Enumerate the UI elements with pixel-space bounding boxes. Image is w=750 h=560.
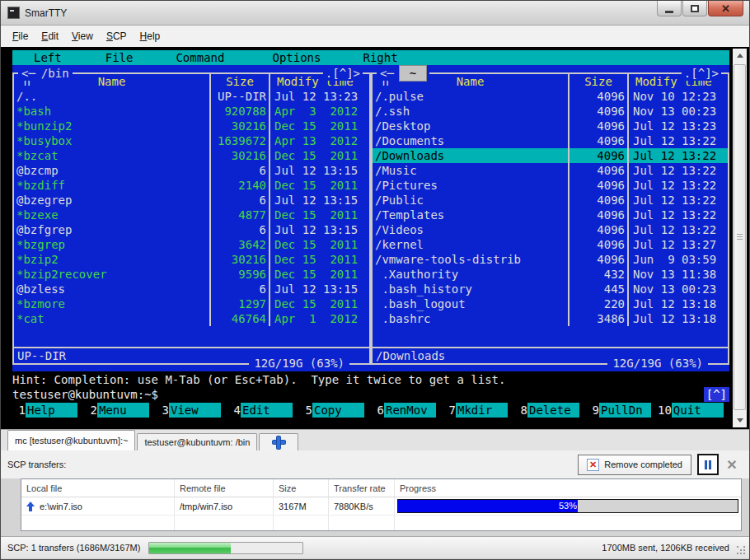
mc-menu-options[interactable]: Options [272, 50, 321, 65]
file-row[interactable]: *bash920788Apr 3 2012 [14, 104, 369, 119]
close-transfers-button[interactable]: ✕ [722, 455, 742, 474]
file-row[interactable]: .bashrc3486Jul 12 13:18 [373, 311, 728, 326]
resize-grip-icon[interactable] [737, 546, 747, 556]
menu-view[interactable]: View [65, 27, 100, 45]
progress-label: 53% [398, 500, 738, 512]
col-header-name[interactable]: Name [457, 75, 485, 88]
file-row[interactable]: *bzcat30216Dec 15 2011 [14, 148, 369, 163]
scp-col-header[interactable]: Transfer rate [329, 479, 395, 497]
terminal-scrollbar[interactable] [733, 49, 747, 427]
col-header-size[interactable]: Size [568, 74, 627, 89]
menu-file[interactable]: File [6, 27, 35, 45]
fkey-label: Delete [527, 403, 579, 418]
file-row[interactable]: *bunzip230216Dec 15 2011 [14, 119, 369, 133]
fkey-view[interactable]: 3View [156, 403, 221, 418]
file-name: *bzip2recover [14, 267, 209, 282]
file-row[interactable]: .Xauthority432Nov 13 11:38 [373, 267, 728, 282]
file-row[interactable]: @bzless6Jul 12 13:15 [14, 282, 369, 296]
file-row[interactable]: @bzcmp6Jul 12 13:15 [14, 163, 369, 178]
left-panel-title[interactable]: <─/bin [18, 66, 73, 81]
tab-1[interactable]: testuser@kubuntuvm: /bin [137, 433, 257, 450]
file-row[interactable]: /Public4096Jul 12 13:22 [373, 193, 728, 208]
scp-col-header[interactable]: Size [274, 479, 329, 497]
fkey-delete[interactable]: 8Delete [514, 403, 579, 418]
file-row[interactable]: /Desktop4096Jul 12 13:23 [373, 119, 728, 133]
right-panel-title[interactable]: <─~ [377, 66, 429, 81]
right-panel-corner[interactable]: .[^]> [682, 66, 721, 81]
file-row[interactable]: *bzgrep3642Dec 15 2011 [14, 237, 369, 252]
fkey-label: Help [26, 403, 77, 418]
file-row[interactable]: *bzexe4877Dec 15 2011 [14, 208, 369, 222]
file-name: /Documents [373, 133, 568, 148]
file-row[interactable]: /Videos4096Jul 12 13:22 [373, 222, 728, 237]
fkey-help[interactable]: 1Help [12, 403, 77, 418]
menu-help[interactable]: Help [134, 27, 167, 45]
minimize-button[interactable] [657, 1, 682, 16]
tab-0[interactable]: mc [testuser@kubuntuvm]:~ [7, 430, 135, 450]
file-row[interactable]: *bzip2recover9596Dec 15 2011 [14, 267, 369, 282]
fkey-pulldn[interactable]: 9PullDn [586, 403, 651, 418]
close-button[interactable]: ✕ [708, 1, 743, 16]
shell-prompt-line[interactable]: testuser@kubuntuvm:~$ [^] [12, 387, 729, 402]
file-size: 1639672 [209, 133, 269, 148]
file-row[interactable]: @bzegrep6Jul 12 13:15 [14, 193, 369, 208]
new-tab-button[interactable] [259, 433, 298, 450]
mc-menu-file[interactable]: File [105, 50, 134, 65]
mc-menu-left[interactable]: Left [34, 50, 62, 65]
left-panel-corner[interactable]: .[^]> [323, 66, 363, 81]
file-name: .Xauthority [373, 267, 568, 282]
file-size: 1297 [209, 296, 269, 311]
fkey-copy[interactable]: 5Copy [299, 403, 364, 418]
file-mtime: Nov 13 00:23 [627, 104, 728, 119]
maximize-button[interactable] [682, 1, 707, 16]
transfer-row[interactable]: e:\win7.iso/tmp/win7.iso3167M7880KB/s53% [21, 497, 741, 516]
file-name: @bzless [14, 282, 209, 296]
scroll-up-button[interactable] [733, 49, 747, 63]
fkey-number: 4 [227, 403, 241, 418]
file-row[interactable]: /Pictures4096Jul 12 13:22 [373, 178, 728, 193]
menu-edit[interactable]: Edit [35, 27, 65, 45]
file-row[interactable]: /..UP--DIRJul 12 13:23 [14, 89, 369, 104]
file-row[interactable]: @bzfgrep6Jul 12 13:15 [14, 222, 369, 237]
scp-col-header[interactable]: Local file [21, 479, 175, 497]
fkey-number: 7 [443, 403, 456, 418]
file-size: 9596 [209, 267, 269, 282]
terminal[interactable]: LeftFileCommandOptionsRight <─/bin .[^]>… [1, 47, 749, 429]
col-header-size[interactable]: Size [209, 74, 269, 89]
scp-col-header[interactable]: Remote file [175, 479, 274, 497]
remove-completed-button[interactable]: ✕ Remove completed [578, 455, 691, 475]
fkey-mkdir[interactable]: 7Mkdir [443, 403, 508, 418]
file-row[interactable]: /Downloads4096Jul 12 13:22 [373, 148, 728, 163]
file-row[interactable]: .bash_logout220Jul 12 13:18 [373, 296, 728, 311]
file-row[interactable]: /vmware-tools-distrib4096Jun 9 03:59 [373, 252, 728, 267]
scrollbar-thumb[interactable] [734, 64, 746, 410]
file-row[interactable]: /.pulse4096Nov 10 12:23 [373, 89, 728, 104]
file-row[interactable]: *bzmore1297Dec 15 2011 [14, 296, 369, 311]
fkey-renmov[interactable]: 6RenMov [371, 403, 436, 418]
history-badge[interactable]: [^] [704, 387, 729, 402]
file-row[interactable]: *bzdiff2140Dec 15 2011 [14, 178, 369, 193]
file-row[interactable]: *busybox1639672Apr 13 2012 [14, 133, 369, 148]
file-mtime: Jul 12 13:18 [627, 311, 728, 326]
mc-menu-command[interactable]: Command [176, 50, 224, 65]
file-row[interactable]: /Documents4096Jul 12 13:22 [373, 133, 728, 148]
fkey-edit[interactable]: 4Edit [227, 403, 293, 418]
file-row[interactable]: /.ssh4096Nov 13 00:23 [373, 104, 728, 119]
file-row[interactable]: .bash_history445Nov 13 00:23 [373, 282, 728, 296]
col-header-name[interactable]: Name [98, 75, 126, 88]
file-row[interactable]: /Music4096Jul 12 13:22 [373, 163, 728, 178]
file-row[interactable]: /kernel4096Jul 12 13:27 [373, 237, 728, 252]
scroll-down-button[interactable] [733, 413, 747, 427]
file-row[interactable]: *bzip230216Dec 15 2011 [14, 252, 369, 267]
scp-col-header[interactable]: Progress [395, 479, 741, 497]
path-hint-chip[interactable]: ~ [400, 66, 426, 81]
file-row[interactable]: /Templates4096Jul 12 13:22 [373, 208, 728, 222]
file-row[interactable]: *cat46764Apr 1 2012 [14, 311, 369, 326]
mc-menu-right[interactable]: Right [363, 50, 397, 65]
fkey-quit[interactable]: 10Quit [658, 403, 724, 418]
pause-transfers-button[interactable] [697, 454, 719, 475]
menu-scp[interactable]: SCP [100, 27, 134, 45]
fkey-menu[interactable]: 2Menu [84, 403, 149, 418]
file-size: 4096 [568, 104, 627, 119]
status-bar: SCP: 1 transfers (1686M/3167M) 1700MB se… [1, 536, 749, 558]
